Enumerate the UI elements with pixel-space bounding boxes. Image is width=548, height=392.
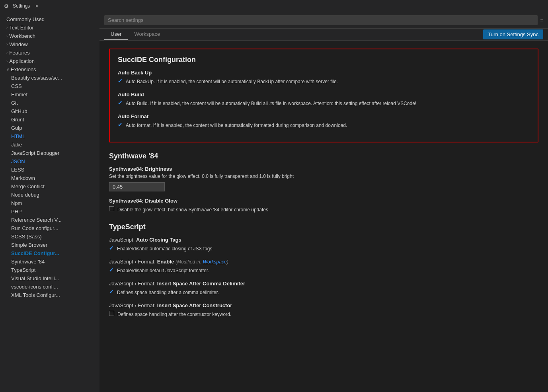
insert-space-comma-prefix: JavaScript › Format: (109, 281, 157, 287)
sidebar-label-scss: SCSS (Sass) (11, 234, 42, 240)
sidebar-item-sucide[interactable]: SuccIDE Configur... (0, 249, 99, 257)
sidebar-item-json[interactable]: JSON (0, 157, 99, 166)
sidebar-label-emmet: Emmet (11, 92, 27, 98)
sidebar-item-typescript[interactable]: TypeScript (0, 266, 99, 274)
sidebar-item-php[interactable]: PHP (0, 207, 99, 216)
sidebar-item-extensions[interactable]: ∨Extensions (0, 65, 99, 74)
auto-backup-row: ✔ Auto BackUp. If it is enabled, the con… (118, 77, 530, 85)
tab-workspace[interactable]: Workspace (128, 29, 166, 40)
content-panel: SuccIDE Configuration Auto Back Up ✔ Aut… (99, 41, 548, 392)
sidebar: Commonly Used›Text Editor›Workbench›Wind… (0, 12, 99, 392)
sidebar-item-npm[interactable]: Npm (0, 199, 99, 207)
sidebar-item-github[interactable]: GitHub (0, 107, 99, 115)
insert-space-comma-row: ✔ Defines space handling after a comma d… (109, 288, 538, 296)
sidebar-item-grunt[interactable]: Grunt (0, 115, 99, 124)
sidebar-item-features[interactable]: ›Features (0, 49, 99, 57)
format-enable-checkbox[interactable]: ✔ (109, 267, 114, 273)
sidebar-item-visual-studio[interactable]: Visual Studio Intelli... (0, 274, 99, 283)
close-button[interactable]: × (33, 2, 40, 10)
sidebar-label-git: Git (11, 100, 18, 106)
search-input[interactable] (104, 15, 538, 25)
sidebar-label-reference-search: Reference Search V... (11, 217, 62, 223)
sidebar-item-xml-tools[interactable]: XML Tools Configur... (0, 291, 99, 299)
typescript-title: TypeScript (109, 223, 538, 231)
auto-build-checkbox[interactable]: ✔ (118, 99, 123, 106)
sidebar-label-grunt: Grunt (11, 117, 24, 123)
disable-glow-group: Synthwave84: Disable Glow Disable the gl… (109, 198, 538, 213)
disable-glow-checkbox[interactable] (109, 206, 114, 211)
auto-backup-group: Auto Back Up ✔ Auto BackUp. If it is ena… (118, 70, 530, 85)
sidebar-item-jake[interactable]: Jake (0, 140, 99, 149)
sidebar-item-scss[interactable]: SCSS (Sass) (0, 232, 99, 241)
tab-user[interactable]: User (104, 29, 128, 40)
sidebar-item-css[interactable]: CSS (0, 82, 99, 90)
brightness-input[interactable] (109, 182, 165, 191)
sidebar-item-text-editor[interactable]: ›Text Editor (0, 23, 99, 32)
sidebar-label-beautify: Beautify css/sass/sc... (11, 75, 62, 81)
auto-backup-checkbox[interactable]: ✔ (118, 78, 123, 84)
format-enable-label: JavaScript › Format: Enable (Modified in… (109, 259, 538, 265)
sidebar-item-run-code[interactable]: Run Code configur... (0, 224, 99, 232)
sidebar-item-commonly-used[interactable]: Commonly Used (0, 15, 99, 23)
brightness-label-bold: Synthwave84: Brightness (109, 166, 172, 172)
sidebar-item-synthwave[interactable]: Synthwave '84 (0, 257, 99, 266)
sidebar-label-markdown: Markdown (11, 175, 35, 181)
synthwave-section: Synthwave '84 Synthwave84: Brightness Se… (109, 152, 538, 213)
sidebar-item-reference-search[interactable]: Reference Search V... (0, 216, 99, 224)
brightness-group: Synthwave84: Brightness Set the brightne… (109, 166, 538, 191)
sidebar-label-jake: Jake (11, 142, 22, 148)
sidebar-item-workbench[interactable]: ›Workbench (0, 32, 99, 40)
sidebar-label-synthwave: Synthwave '84 (11, 259, 45, 265)
sidebar-item-vscode-icons[interactable]: vscode-icons confi... (0, 283, 99, 291)
sidebar-label-json: JSON (11, 158, 25, 164)
tabs-bar: User Workspace Turn on Settings Sync (99, 29, 548, 41)
sidebar-label-node-debug: Node debug (11, 192, 39, 198)
sidebar-item-node-debug[interactable]: Node debug (0, 191, 99, 199)
insert-space-constructor-group: JavaScript › Format: Insert Space After … (109, 302, 538, 318)
insert-space-constructor-row: Defines space handling after the constru… (109, 310, 538, 318)
sync-button[interactable]: Turn on Settings Sync (483, 29, 543, 39)
sidebar-item-git[interactable]: Git (0, 99, 99, 107)
sidebar-item-emmet[interactable]: Emmet (0, 90, 99, 99)
disable-glow-label-bold: Synthwave84: Disable Glow (109, 198, 177, 204)
sidebar-label-merge-conflict: Merge Conflict (11, 183, 45, 189)
auto-format-label: Auto Format (118, 113, 530, 119)
sidebar-item-merge-conflict[interactable]: Merge Conflict (0, 182, 99, 191)
auto-closing-desc: Enable/disable automatic closing of JSX … (117, 245, 214, 252)
sidebar-label-visual-studio: Visual Studio Intelli... (11, 275, 59, 281)
format-enable-group: JavaScript › Format: Enable (Modified in… (109, 259, 538, 274)
sidebar-item-gulp[interactable]: Gulp (0, 124, 99, 132)
sidebar-label-less: LESS (11, 167, 24, 173)
sidebar-label-application: Application (9, 58, 35, 64)
title-bar: ⚙ Settings × (0, 0, 548, 12)
insert-space-constructor-checkbox[interactable] (109, 311, 114, 316)
insert-space-comma-label: JavaScript › Format: Insert Space After … (109, 281, 538, 287)
sidebar-item-beautify[interactable]: Beautify css/sass/sc... (0, 74, 99, 82)
modified-link[interactable]: Workspace (203, 259, 227, 265)
insert-space-constructor-label: JavaScript › Format: Insert Space After … (109, 302, 538, 308)
insert-space-constructor-prefix: JavaScript › Format: (109, 302, 157, 308)
disable-glow-row: Disable the glow effect, but show Synthw… (109, 205, 538, 213)
sidebar-label-run-code: Run Code configur... (11, 225, 59, 231)
insert-space-constructor-desc: Defines space handling after the constru… (117, 311, 231, 318)
sidebar-label-extensions: Extensions (11, 66, 36, 72)
sidebar-item-markdown[interactable]: Markdown (0, 174, 99, 182)
sucide-title: SuccIDE Configuration (118, 56, 530, 64)
sidebar-item-window[interactable]: ›Window (0, 40, 99, 49)
auto-closing-row: ✔ Enable/disable automatic closing of JS… (109, 244, 538, 252)
sidebar-item-simple-browser[interactable]: Simple Browser (0, 241, 99, 249)
sidebar-item-html[interactable]: HTML (0, 132, 99, 140)
insert-space-comma-bold: Insert Space After Comma Delimiter (157, 281, 245, 287)
auto-format-checkbox[interactable]: ✔ (118, 121, 123, 128)
insert-space-comma-checkbox[interactable]: ✔ (109, 289, 114, 295)
auto-closing-checkbox[interactable]: ✔ (109, 245, 114, 251)
sidebar-item-js-debugger[interactable]: JavaScript Debugger (0, 149, 99, 157)
auto-build-desc: Auto Build. If it is enabled, the conten… (126, 100, 416, 107)
sidebar-item-application[interactable]: ›Application (0, 57, 99, 65)
sidebar-label-typescript: TypeScript (11, 267, 35, 273)
sidebar-item-less[interactable]: LESS (0, 166, 99, 174)
sucide-section: SuccIDE Configuration Auto Back Up ✔ Aut… (109, 49, 538, 142)
app-icon: ⚙ (4, 3, 10, 9)
search-icon[interactable]: ≡ (540, 17, 543, 23)
auto-closing-tags-group: JavaScript: Auto Closing Tags ✔ Enable/d… (109, 237, 538, 252)
